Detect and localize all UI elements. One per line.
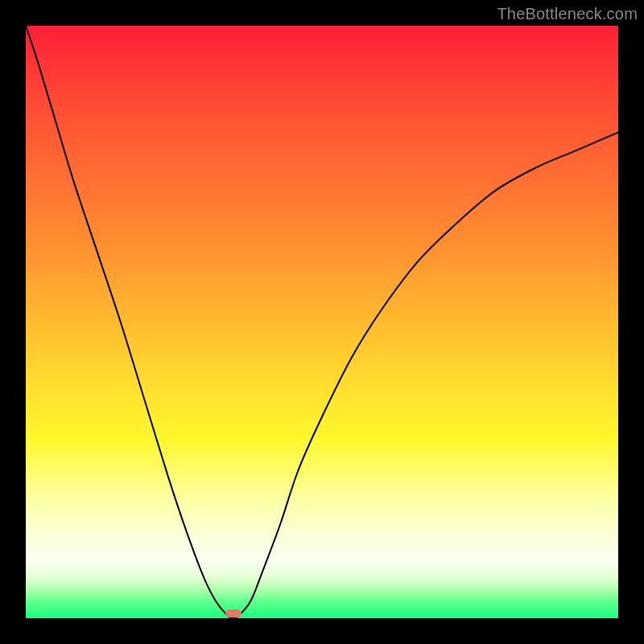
chart-stage: TheBottleneck.com bbox=[0, 0, 644, 644]
plot-area bbox=[26, 26, 618, 618]
curve-svg bbox=[26, 26, 618, 618]
optimal-point-marker bbox=[225, 609, 242, 617]
watermark: TheBottleneck.com bbox=[497, 5, 638, 23]
bottleneck-curve bbox=[26, 26, 618, 618]
